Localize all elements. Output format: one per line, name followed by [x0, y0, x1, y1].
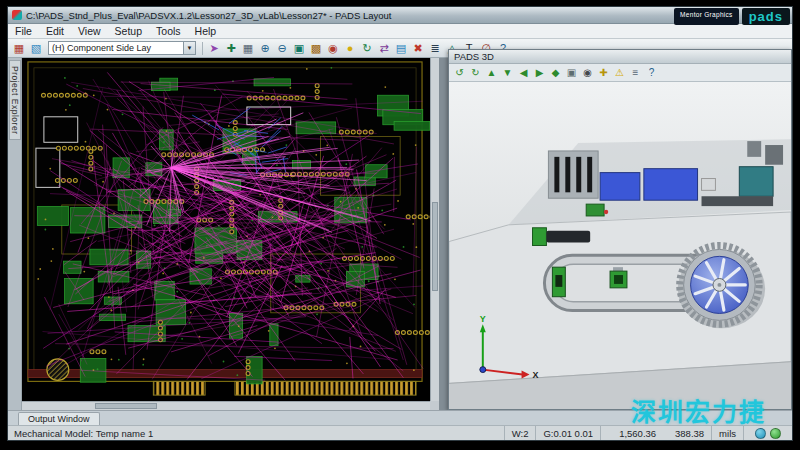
grid-icon[interactable]: ▦ — [240, 41, 256, 56]
project-explorer-tab[interactable]: Project Explorer — [9, 60, 21, 140]
grid-status: G:0.01 0.01 — [535, 426, 600, 440]
pads-logo: pads — [742, 8, 790, 25]
pads-3d-viewport[interactable]: Y X — [449, 82, 791, 409]
zoom-out-icon[interactable]: ⊖ — [274, 41, 290, 56]
rotate-icon[interactable]: ↻ — [359, 41, 375, 56]
view-right-icon[interactable]: ▶ — [532, 65, 547, 80]
rotate-right-icon[interactable]: ↻ — [468, 65, 483, 80]
workspace: Project Explorer — [8, 58, 792, 410]
copper-pour-icon[interactable]: ▩ — [308, 41, 324, 56]
add-trace-icon[interactable]: ✚ — [223, 41, 239, 56]
pads-3d-title-bar: PADS 3D — [449, 50, 791, 64]
zoom-in-icon[interactable]: ⊕ — [257, 41, 273, 56]
toolbar-left-group: ▦▧ — [11, 41, 44, 56]
watermark-text: 深圳宏力捷 — [631, 392, 766, 428]
menu-setup[interactable]: Setup — [108, 25, 149, 37]
netlist-icon[interactable]: ≣ — [427, 41, 443, 56]
cursor-y: 388.38 — [656, 428, 704, 439]
layer-selector-dropdown[interactable]: (H) Component Side Lay ▼ — [48, 41, 196, 55]
rotate-left-icon[interactable]: ↺ — [452, 65, 467, 80]
pcb-layout-canvas[interactable] — [22, 58, 439, 410]
window-title: C:\PADS_Stnd_Plus_Eval\PADSVX.1.2\Lesson… — [26, 10, 391, 21]
pads-3d-toolbar: ↺↻▲▼◀▶◆▣◉✚⚠≡? — [449, 64, 791, 82]
pads-3d-title: PADS 3D — [454, 51, 494, 62]
title-bar: C:\PADS_Stnd_Plus_Eval\PADSVX.1.2\Lesson… — [8, 7, 792, 24]
video-frame: C:\PADS_Stnd_Plus_Eval\PADSVX.1.2\Lesson… — [0, 0, 800, 450]
zoom-fit-icon[interactable]: ▣ — [564, 65, 579, 80]
drc-icon[interactable]: ✖ — [410, 41, 426, 56]
pad-icon[interactable]: ● — [342, 41, 358, 56]
menu-view[interactable]: View — [71, 25, 108, 37]
layers-icon[interactable]: ▤ — [393, 41, 409, 56]
menu-edit[interactable]: Edit — [39, 25, 71, 37]
app-icon — [12, 10, 22, 20]
units-indicator[interactable]: mils — [711, 426, 743, 440]
left-tab-strip: Project Explorer — [8, 58, 22, 410]
menu-tools[interactable]: Tools — [149, 25, 188, 37]
mounting-hole — [47, 359, 69, 381]
panel-splitter[interactable] — [439, 58, 448, 410]
edge-connector-short — [153, 381, 205, 395]
toolbar-separator — [202, 42, 203, 55]
layer-display-icon[interactable]: ▧ — [28, 41, 44, 56]
horizontal-scrollbar[interactable] — [22, 401, 430, 410]
view-bottom-icon[interactable]: ▼ — [500, 65, 515, 80]
route-icon[interactable]: ➤ — [206, 41, 222, 56]
pads-3d-scene: Y X — [449, 82, 791, 409]
menu-help[interactable]: Help — [188, 25, 224, 37]
mirror-icon[interactable]: ⇄ — [376, 41, 392, 56]
via-icon[interactable]: ◉ — [325, 41, 341, 56]
axis-x-label: X — [533, 371, 539, 381]
width-status: W:2 — [504, 426, 536, 440]
mechanical-model-status: Mechanical Model: Temp name 1 — [8, 428, 153, 439]
snapshot-icon[interactable]: ◉ — [580, 65, 595, 80]
brand-logos: Mentor Graphics pads — [674, 8, 790, 25]
pads-3d-panel: PADS 3D ↺↻▲▼◀▶◆▣◉✚⚠≡? — [448, 49, 792, 410]
status-icons — [743, 426, 788, 440]
cursor-x: 1,560.36 — [608, 428, 656, 439]
vertical-scrollbar[interactable] — [430, 58, 439, 401]
iso-view-icon[interactable]: ◆ — [548, 65, 563, 80]
selection-filter-icon[interactable]: ▦ — [11, 41, 27, 56]
menu-file[interactable]: File — [8, 25, 39, 37]
measure-3d-icon[interactable]: ✚ — [596, 65, 611, 80]
mentor-graphics-logo: Mentor Graphics — [674, 8, 739, 25]
axis-y-label: Y — [480, 314, 486, 324]
menu-bar: FileEditViewSetupToolsHelp — [8, 24, 792, 39]
view-top-icon[interactable]: ▲ — [484, 65, 499, 80]
pads-layout-window: C:\PADS_Stnd_Plus_Eval\PADSVX.1.2\Lesson… — [7, 6, 793, 441]
chevron-down-icon[interactable]: ▼ — [183, 42, 195, 54]
vertical-scroll-thumb[interactable] — [432, 202, 438, 291]
horizontal-scroll-thumb[interactable] — [95, 403, 156, 409]
output-window-tab[interactable]: Output Window — [18, 412, 100, 425]
pcb-artwork — [22, 58, 430, 401]
drc-status-icon[interactable] — [755, 428, 766, 439]
board-fit-icon[interactable]: ▣ — [291, 41, 307, 56]
settings-icon[interactable]: ≡ — [628, 65, 643, 80]
help-3d-icon[interactable]: ? — [644, 65, 659, 80]
view-left-icon[interactable]: ◀ — [516, 65, 531, 80]
warning-icon[interactable]: ⚠ — [612, 65, 627, 80]
layer-selector-value: (H) Component Side Lay — [49, 43, 183, 53]
cursor-coordinates: 1,560.36 388.38 — [600, 426, 711, 440]
scrollbar-corner — [430, 401, 439, 410]
session-status-icon[interactable] — [770, 428, 781, 439]
